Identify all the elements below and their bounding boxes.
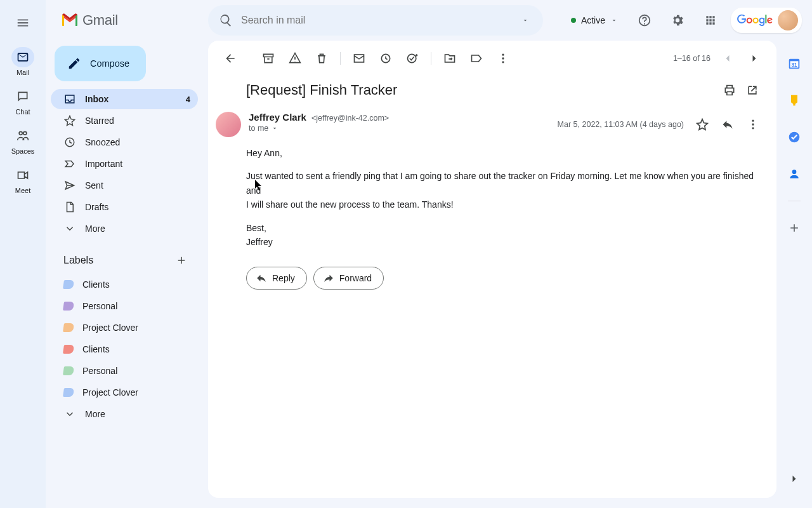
label-name: Personal: [82, 366, 117, 376]
next-button[interactable]: [742, 46, 766, 70]
print-icon: [723, 84, 736, 97]
label-swatch-icon: [63, 302, 74, 311]
apps-grid-icon: [704, 14, 717, 27]
recipient-dropdown[interactable]: to me: [249, 124, 550, 133]
label-item[interactable]: Clients: [51, 274, 198, 295]
nav-inbox-label: Inbox: [85, 94, 108, 104]
labels-button[interactable]: [464, 46, 488, 70]
label-name: Project Clover: [82, 323, 138, 333]
message-pane: 1–16 of 16 [Request] Finish Tracker: [208, 41, 776, 498]
nav-drafts[interactable]: Drafts: [51, 197, 198, 217]
snooze-button[interactable]: [374, 46, 398, 70]
message-toolbar: 1–16 of 16: [208, 41, 776, 76]
rail-item-spaces[interactable]: Spaces: [11, 126, 35, 155]
support-button[interactable]: [632, 8, 657, 33]
search-options-button[interactable]: [513, 8, 538, 33]
rail-label-chat: Chat: [15, 108, 30, 116]
prev-button[interactable]: [716, 46, 740, 70]
nav-more[interactable]: More: [51, 218, 198, 239]
label-item[interactable]: Project Clover: [51, 382, 198, 403]
side-tasks[interactable]: [782, 124, 807, 150]
forward-label: Forward: [339, 273, 372, 283]
apps-button[interactable]: [698, 8, 723, 33]
hamburger-icon: [16, 16, 30, 30]
google-logo-icon: [737, 14, 773, 27]
rail-item-meet[interactable]: Meet: [11, 165, 34, 194]
important-icon: [64, 158, 75, 170]
rail-label-spaces: Spaces: [11, 147, 35, 155]
star-icon: [64, 115, 75, 126]
chevron-down-icon: [64, 408, 75, 420]
svg-point-5: [502, 57, 504, 59]
nav-snoozed[interactable]: Snoozed: [51, 132, 198, 152]
nav-sent[interactable]: Sent: [51, 175, 198, 196]
recipient-text: to me: [249, 124, 268, 133]
account-badge[interactable]: [731, 8, 802, 33]
move-to-icon: [443, 52, 456, 65]
app-name: Gmail: [82, 12, 118, 29]
label-swatch-icon: [63, 280, 74, 289]
arrow-left-icon: [224, 52, 237, 65]
side-keep[interactable]: [782, 88, 807, 113]
label-item[interactable]: Personal: [51, 296, 198, 316]
search-input[interactable]: [239, 15, 513, 26]
clock-icon: [64, 137, 75, 148]
reply-button[interactable]: Reply: [246, 267, 307, 290]
delete-button[interactable]: [310, 46, 334, 70]
print-button[interactable]: [718, 79, 741, 102]
body-signoff: Best,: [246, 221, 764, 235]
label-swatch-icon: [63, 345, 74, 354]
side-addons[interactable]: [782, 215, 807, 241]
side-contacts[interactable]: [782, 161, 807, 187]
forward-button[interactable]: Forward: [313, 267, 384, 290]
move-to-button[interactable]: [438, 46, 462, 70]
message-more-button[interactable]: [742, 114, 764, 135]
star-toggle[interactable]: [691, 114, 713, 135]
mark-unread-button[interactable]: [347, 46, 371, 70]
label-name: Clients: [82, 279, 110, 290]
rail-item-mail[interactable]: Mail: [11, 47, 34, 76]
header: Gmail Active: [46, 0, 812, 41]
label-name: Personal: [82, 301, 117, 311]
reply-icon: [256, 272, 267, 284]
nav-inbox[interactable]: Inbox 4: [51, 89, 198, 109]
status-chip[interactable]: Active: [562, 9, 624, 32]
chat-icon: [16, 90, 29, 103]
main-menu-button[interactable]: [9, 9, 37, 37]
star-outline-icon: [696, 118, 709, 131]
back-button[interactable]: [218, 46, 242, 70]
nav-starred[interactable]: Starred: [51, 110, 198, 131]
help-icon: [638, 13, 652, 27]
compose-label: Compose: [90, 58, 129, 69]
mail-icon: [353, 52, 365, 65]
body-signoff: Jeffrey: [246, 235, 764, 249]
label-item[interactable]: Project Clover: [51, 318, 198, 338]
spaces-icon: [16, 130, 29, 142]
search-button[interactable]: [213, 8, 239, 33]
spam-button[interactable]: [283, 46, 307, 70]
svg-point-8: [752, 123, 754, 125]
add-to-tasks-button[interactable]: [400, 46, 424, 70]
gmail-logo[interactable]: Gmail: [61, 12, 200, 29]
compose-button[interactable]: Compose: [55, 46, 146, 81]
rail-item-chat[interactable]: Chat: [11, 86, 34, 116]
reply-icon-button[interactable]: [717, 114, 738, 135]
add-label-button[interactable]: [173, 251, 190, 269]
nav-important[interactable]: Important: [51, 154, 198, 174]
archive-button[interactable]: [256, 46, 280, 70]
side-calendar[interactable]: 31: [782, 51, 807, 76]
settings-button[interactable]: [665, 8, 690, 33]
app-rail: Mail Chat Spaces Meet: [0, 0, 46, 508]
add-task-icon: [406, 52, 419, 65]
gear-icon: [671, 13, 684, 27]
more-actions-button[interactable]: [491, 46, 515, 70]
labels-more[interactable]: More: [51, 404, 198, 424]
plus-icon: [788, 222, 801, 234]
side-collapse[interactable]: [782, 466, 807, 491]
open-new-window-button[interactable]: [741, 79, 764, 102]
reply-label: Reply: [272, 273, 295, 283]
sender-email: <jeffrey@ink-42.com>: [311, 114, 389, 123]
label-item[interactable]: Personal: [51, 361, 198, 381]
nav-important-label: Important: [85, 159, 122, 169]
label-item[interactable]: Clients: [51, 339, 198, 359]
